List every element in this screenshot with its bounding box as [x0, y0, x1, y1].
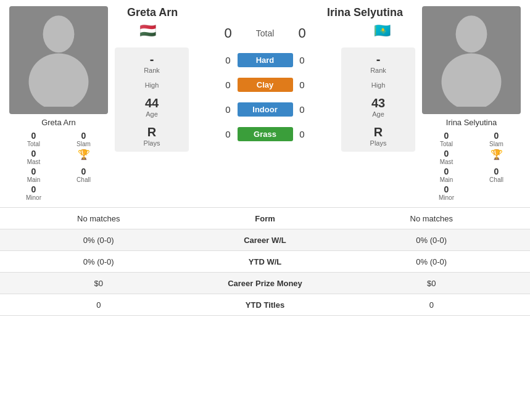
right-total-score: 0 — [290, 25, 315, 41]
right-flag: 🇰🇿 — [374, 23, 391, 41]
left-player-avatar — [9, 6, 108, 114]
right-plays-label: Plays — [370, 139, 387, 147]
left-high-label: High — [145, 81, 159, 89]
surface-row-clay: 0 Clay 0 — [191, 72, 339, 97]
svg-point-0 — [43, 15, 75, 52]
right-rank-item: - Rank — [345, 52, 412, 74]
svg-point-1 — [29, 53, 89, 107]
right-plays-item: R Plays — [345, 125, 412, 147]
left-age-label: Age — [146, 110, 158, 118]
right-stats-card: - Rank High 43 Age R Plays — [341, 47, 415, 152]
right-high-label: High — [371, 81, 386, 89]
left-player-name-center: Greta Arn — [127, 6, 178, 19]
left-player-name-label: Greta Arn — [41, 118, 76, 127]
right-player-name-label: Irina Selyutina — [446, 118, 497, 127]
right-rank-label: Rank — [370, 67, 386, 74]
bottom-right-3: $0 — [333, 279, 531, 288]
surface-badge-clay: Clay — [238, 78, 293, 92]
left-slam-stat: 0 Slam — [59, 131, 108, 147]
left-score-indoor: 0 — [219, 104, 238, 115]
left-plays-item: R Plays — [118, 125, 185, 147]
left-score-grass: 0 — [219, 129, 238, 139]
bottom-left-3: $0 — [0, 279, 197, 288]
bottom-left-0: No matches — [0, 214, 197, 223]
right-age-label: Age — [372, 110, 384, 118]
bottom-label-0: Form — [197, 214, 333, 223]
right-silhouette-icon — [434, 14, 508, 107]
total-row: 0 Total 0 — [216, 23, 315, 44]
surface-badge-indoor: Indoor — [238, 102, 293, 117]
left-main-stat: 0 Main — [9, 167, 58, 183]
bottom-left-2: 0% (0-0) — [0, 257, 197, 266]
right-minor-stat: 0 Minor — [422, 184, 471, 201]
surface-row-grass: 0 Grass 0 — [191, 121, 339, 146]
player-names-row: Greta Arn Irina Selyutina — [115, 6, 415, 19]
right-trophy-icon-item: 🏆 — [472, 149, 521, 165]
surface-row-indoor: 0 Indoor 0 — [191, 97, 339, 121]
main-container: Greta Arn 0 Total 0 Slam 0 Mast 🏆 — [0, 0, 530, 316]
total-label: Total — [241, 28, 290, 38]
left-trophy-icon: 🏆 — [78, 149, 90, 160]
right-stats-grid: 0 Total 0 Slam 0 Mast 🏆 0 Main — [422, 131, 521, 201]
left-rank-label: Rank — [144, 67, 160, 74]
right-trophy-icon: 🏆 — [491, 149, 503, 160]
left-rank-item: - Rank — [118, 52, 185, 74]
bottom-stats-table: No matches Form No matches 0% (0-0) Care… — [0, 207, 530, 316]
left-rank-value: - — [150, 52, 154, 67]
right-slam-stat: 0 Slam — [472, 131, 521, 147]
bottom-right-2: 0% (0-0) — [333, 257, 531, 266]
right-mast-stat: 0 Mast — [422, 149, 471, 165]
left-minor-stat: 0 Minor — [9, 184, 58, 201]
surface-badge-hard: Hard — [238, 53, 293, 67]
right-age-item: 43 Age — [345, 96, 412, 118]
left-age-item: 44 Age — [118, 96, 185, 118]
right-high-item: High — [345, 81, 412, 89]
right-player-card: Irina Selyutina 0 Total 0 Slam 0 Mast 🏆 — [419, 6, 524, 201]
right-player-avatar — [422, 6, 521, 114]
left-total-stat: 0 Total — [9, 131, 58, 147]
left-player-card: Greta Arn 0 Total 0 Slam 0 Mast 🏆 — [6, 6, 111, 201]
left-stats-card: - Rank High 44 Age R Plays — [115, 47, 189, 152]
left-plays-value: R — [147, 125, 156, 139]
score-rows: 0 Hard 0 0 Clay 0 0 Indoor 0 0 Grass 0 — [191, 47, 339, 152]
left-flag: 🇭🇺 — [139, 23, 156, 41]
left-high-item: High — [118, 81, 185, 89]
surface-row-hard: 0 Hard 0 — [191, 47, 339, 72]
bottom-label-1: Career W/L — [197, 236, 333, 245]
bottom-right-1: 0% (0-0) — [333, 236, 531, 245]
bottom-left-4: 0 — [0, 300, 197, 310]
left-chall-stat: 0 Chall — [59, 167, 108, 183]
right-age-value: 43 — [371, 96, 385, 110]
left-mast-stat: 0 Mast — [9, 149, 58, 165]
right-flag-row: 🇰🇿 — [374, 23, 391, 41]
svg-point-3 — [442, 53, 502, 107]
right-total-stat: 0 Total — [422, 131, 471, 147]
right-score-clay: 0 — [293, 80, 312, 90]
left-stats-grid: 0 Total 0 Slam 0 Mast 🏆 0 Main — [9, 131, 108, 201]
right-score-hard: 0 — [293, 55, 312, 65]
bottom-row-3: $0 Career Prize Money $0 — [0, 273, 530, 294]
center-section: Greta Arn Irina Selyutina 🇭🇺 0 Total 0 🇰… — [115, 6, 415, 201]
right-main-stat: 0 Main — [422, 167, 471, 183]
scores-and-surfaces: - Rank High 44 Age R Plays — [115, 47, 415, 152]
top-section: Greta Arn 0 Total 0 Slam 0 Mast 🏆 — [0, 0, 530, 201]
bottom-right-4: 0 — [333, 300, 531, 310]
left-plays-label: Plays — [144, 139, 160, 147]
surface-badge-grass: Grass — [238, 127, 293, 141]
left-flag-row: 🇭🇺 — [139, 23, 156, 41]
left-age-value: 44 — [145, 96, 159, 110]
right-score-indoor: 0 — [293, 104, 312, 115]
left-score-clay: 0 — [219, 80, 238, 90]
bottom-left-1: 0% (0-0) — [0, 236, 197, 245]
left-total-score: 0 — [216, 25, 241, 41]
bottom-row-2: 0% (0-0) YTD W/L 0% (0-0) — [0, 251, 530, 273]
right-rank-value: - — [376, 52, 381, 67]
bottom-row-0: No matches Form No matches — [0, 208, 530, 229]
left-trophy-icon-item: 🏆 — [59, 149, 108, 165]
bottom-label-2: YTD W/L — [197, 257, 333, 266]
left-silhouette-icon — [22, 14, 96, 107]
bottom-label-4: YTD Titles — [197, 300, 333, 310]
right-chall-stat: 0 Chall — [472, 167, 521, 183]
bottom-right-0: No matches — [333, 214, 531, 223]
bottom-row-4: 0 YTD Titles 0 — [0, 294, 530, 316]
